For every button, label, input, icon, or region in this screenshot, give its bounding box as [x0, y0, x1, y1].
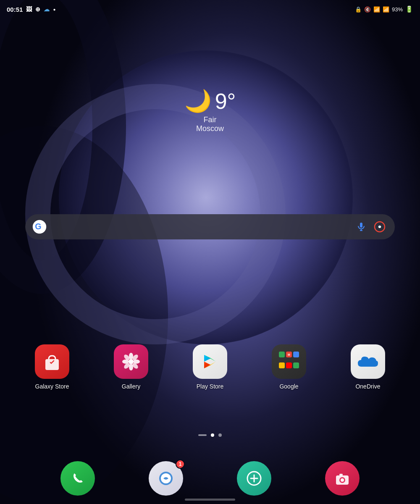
dock-chat[interactable]	[237, 461, 271, 496]
mute-icon: 🔇	[364, 6, 371, 13]
messages-bubble-icon	[157, 469, 175, 488]
location-icon: ⊕	[35, 6, 40, 13]
google-search-bar[interactable]: G	[25, 214, 395, 239]
cloud-icon: ☁	[44, 6, 50, 13]
google-mini-icon	[293, 352, 299, 357]
dock-phone[interactable]	[60, 461, 95, 496]
lens-icon	[374, 221, 386, 233]
onedrive-cloud-icon	[357, 353, 379, 370]
weather-widget[interactable]: 🌙 9° Fair Moscow	[184, 88, 236, 133]
weather-condition: Fair	[184, 116, 236, 124]
weather-moon-icon: 🌙	[184, 88, 212, 114]
dock: 1	[0, 461, 420, 496]
chat-dock-icon	[237, 461, 271, 496]
app-google-folder[interactable]: M Google	[268, 344, 310, 390]
battery-icon: 🔋	[405, 5, 413, 13]
messages-badge: 1	[176, 459, 185, 469]
weather-temperature: 9°	[215, 89, 236, 114]
app-play-store[interactable]: Play Store	[189, 344, 231, 390]
app-gallery[interactable]: Gallery	[110, 344, 152, 390]
voice-search-button[interactable]	[353, 218, 370, 235]
svg-rect-2	[360, 223, 362, 228]
svg-rect-7	[45, 359, 59, 370]
svg-point-6	[378, 226, 381, 228]
play-store-icon	[193, 344, 227, 379]
svg-point-8	[129, 359, 134, 364]
signal-icon: 📶	[383, 6, 389, 13]
phone-handset-icon	[69, 470, 86, 487]
lock-icon: 🔒	[355, 6, 362, 13]
gallery-icon	[114, 344, 148, 379]
google-folder-label: Google	[279, 383, 298, 390]
status-bar: 00:51 🖼 ⊕ ☁ ● 🔒 🔇 📶 📶 93% 🔋	[0, 0, 420, 18]
gmail-mini-icon: M	[286, 352, 292, 357]
maps2-mini-icon	[279, 362, 285, 368]
galaxy-store-label: Galaxy Store	[35, 383, 69, 390]
onedrive-icon	[351, 344, 385, 379]
dock-camera[interactable]	[325, 461, 360, 496]
mic-icon	[356, 222, 366, 232]
page-indicator-1[interactable]	[211, 433, 214, 437]
google-g-logo: G	[32, 219, 47, 234]
dot-icon: ●	[53, 7, 55, 12]
play-store-label: Play Store	[197, 383, 224, 390]
youtube-mini-icon	[286, 362, 292, 368]
svg-rect-25	[339, 474, 343, 476]
galaxy-store-icon	[35, 344, 69, 379]
page-indicator-2[interactable]	[218, 433, 222, 437]
svg-point-24	[341, 478, 344, 482]
svg-text:G: G	[35, 222, 41, 231]
play-triangle-icon	[200, 352, 220, 372]
camera-dock-icon	[325, 461, 360, 496]
page-indicators	[198, 433, 222, 437]
app-onedrive[interactable]: OneDrive	[347, 344, 389, 390]
lens-search-button[interactable]	[371, 218, 388, 235]
dock-messages[interactable]: 1	[149, 461, 183, 496]
wallpaper	[0, 0, 420, 504]
photo-notification-icon: 🖼	[26, 6, 32, 13]
nav-hint	[185, 499, 235, 501]
battery-percent: 93%	[392, 6, 403, 13]
page-indicator-0[interactable]	[198, 434, 207, 436]
flower-icon	[121, 351, 142, 372]
google-folder-icon: M	[272, 344, 306, 379]
status-right: 🔒 🔇 📶 📶 93% 🔋	[355, 5, 413, 13]
shopping-bag-icon	[42, 352, 62, 372]
phone-dock-icon	[60, 461, 95, 496]
status-left: 00:51 🖼 ⊕ ☁ ●	[7, 6, 55, 13]
app-galaxy-store[interactable]: Galaxy Store	[31, 344, 73, 390]
chrome-mini-icon	[293, 362, 299, 368]
folder-grid: M	[276, 349, 302, 374]
chat-plus-icon	[245, 470, 263, 487]
clock: 00:51	[7, 6, 23, 13]
maps-mini-icon	[279, 352, 285, 357]
gallery-label: Gallery	[122, 383, 140, 390]
wifi-icon: 📶	[373, 6, 380, 13]
app-grid: Galaxy Store Gallery	[0, 344, 420, 390]
camera-icon	[333, 470, 351, 487]
weather-city: Moscow	[184, 124, 236, 133]
onedrive-label: OneDrive	[355, 383, 380, 390]
